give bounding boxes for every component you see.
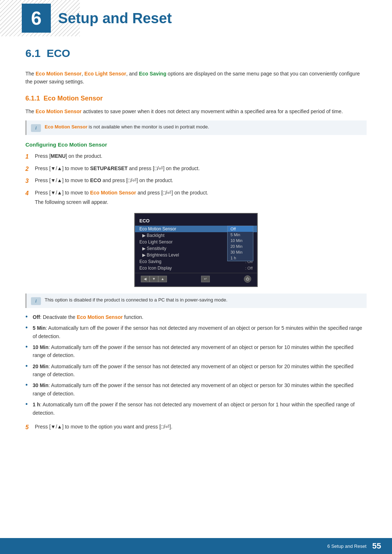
nav-down-btn: ▼ — [150, 276, 158, 282]
note-icon-1: i — [31, 124, 41, 132]
screen-container: ECO Eco Motion Sensor Off 5 Min 10 Min 2… — [25, 213, 367, 287]
dropdown-overlay: Off 5 Min 10 Min 20 Min 30 Min 1 h — [227, 226, 253, 261]
note-box-1: i Eco Motion Sensor is not available whe… — [25, 120, 367, 135]
step-4: 4 Press [▼/▲] to move to Eco Motion Sens… — [25, 189, 367, 206]
dd-item-10min: 10 Min — [228, 238, 253, 243]
section-heading: ECO — [46, 47, 70, 59]
bullet-5min: • 5 Min: Automatically turn off the powe… — [25, 324, 367, 340]
dd-item-off: Off — [228, 226, 253, 232]
note-icon-2: i — [31, 297, 41, 305]
step-1: 1 Press [MENU] on the product. — [25, 152, 367, 161]
footer-page-number: 55 — [372, 541, 381, 551]
bullet-30min: • 30 Min: Automatically turn off the pow… — [25, 381, 367, 398]
bullet-20min: • 20 Min: Automatically turn off the pow… — [25, 362, 367, 379]
section-number: 6.1 — [25, 47, 46, 59]
steps-list-2: 5 Press [▼/▲] to move to the option you … — [25, 423, 367, 432]
step-2: 2 Press [▼/▲] to move to SETUP&RESET and… — [25, 164, 367, 174]
screen-mockup: ECO Eco Motion Sensor Off 5 Min 10 Min 2… — [134, 213, 258, 287]
bullet-1h: • 1 h: Automatically turn off the power … — [25, 401, 367, 417]
note-text-1: Eco Motion Sensor is not available when … — [45, 123, 209, 131]
screen-title: ECO — [135, 217, 257, 226]
dd-item-5min: 5 Min — [228, 232, 253, 238]
nav-up-btn: ▲ — [158, 276, 167, 282]
note-text-2: This option is disabled if the product i… — [45, 296, 228, 304]
step-5: 5 Press [▼/▲] to move to the option you … — [25, 423, 367, 432]
dd-item-30min: 30 Min — [228, 249, 253, 255]
svg-text:i: i — [35, 125, 37, 131]
dropdown-box: Off 5 Min 10 Min 20 Min 30 Min 1 h — [227, 226, 253, 261]
note-box-2: i This option is disabled if the product… — [25, 294, 367, 308]
subsection-body: The Eco Motion Sensor activates to save … — [25, 107, 367, 115]
step-3: 3 Press [▼/▲] to move to ECO and press [… — [25, 176, 367, 186]
chapter-number: 6 — [22, 4, 51, 33]
chapter-title: Setup and Reset — [58, 10, 172, 26]
main-content: 6.1 ECO The Eco Motion Sensor, Eco Light… — [0, 40, 392, 460]
page-header: 6 Setup and Reset — [0, 0, 392, 36]
footer-text: 6 Setup and Reset — [327, 543, 367, 549]
section-intro: The Eco Motion Sensor, Eco Light Sensor,… — [25, 70, 367, 86]
bullet-list: • Off: Deactivate the Eco Motion Sensor … — [25, 313, 367, 417]
page-footer: 6 Setup and Reset 55 — [0, 538, 392, 554]
nav-enter-btn: ↵ — [201, 276, 210, 282]
nav-power-btn: ⏻ — [244, 275, 251, 283]
svg-text:i: i — [35, 298, 37, 304]
dd-item-20min: 20 Min — [228, 243, 253, 249]
screen-row-eco-icon: Eco Icon Display : Off — [135, 265, 257, 271]
bullet-10min: • 10 Min: Automatically turn off the pow… — [25, 343, 367, 360]
nav-left-btn: ◀ — [141, 276, 150, 282]
config-title: Configuring Eco Motion Sensor — [25, 141, 367, 148]
screen-nav-bar: ◀ ▼ ▲ ↵ ⏻ — [135, 273, 257, 283]
subsection-title: 6.1.1 Eco Motion Sensor — [25, 95, 367, 102]
steps-list: 1 Press [MENU] on the product. 2 Press [… — [25, 152, 367, 206]
section-title: 6.1 ECO — [25, 47, 367, 62]
dd-item-1h: 1 h — [228, 255, 253, 261]
bullet-off: • Off: Deactivate the Eco Motion Sensor … — [25, 313, 367, 321]
